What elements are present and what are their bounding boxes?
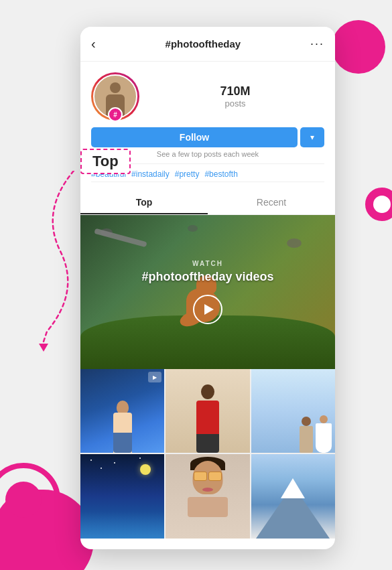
p1-jeans xyxy=(113,433,132,453)
tab-top[interactable]: Top xyxy=(80,190,208,214)
avatar: # xyxy=(91,72,139,121)
video-banner: WATCH #photooftheday videos xyxy=(80,215,335,369)
posts-count: 710M xyxy=(146,84,324,98)
p5-lips xyxy=(202,488,213,492)
avatar-head xyxy=(110,82,121,93)
grid-photo-2[interactable] xyxy=(166,369,249,453)
p5-lens-right xyxy=(208,472,222,481)
tab-recent-label: Recent xyxy=(257,197,286,208)
grid-photo-6[interactable] xyxy=(251,454,335,538)
p2-figure xyxy=(196,384,219,453)
svg-marker-0 xyxy=(39,344,48,352)
grid-photo-4[interactable] xyxy=(80,454,164,538)
play-button[interactable] xyxy=(193,295,222,324)
photos-grid: ▶ xyxy=(80,369,335,539)
bg-decoration-circle-top xyxy=(332,20,385,74)
p1-head xyxy=(117,401,129,414)
back-button[interactable]: ‹ xyxy=(91,36,96,52)
app-frame: ‹ #photooftheday ··· # 7 xyxy=(80,27,335,549)
rock-2 xyxy=(287,238,302,248)
rock-3 xyxy=(188,225,198,232)
horizon-glow xyxy=(80,512,164,539)
hashtag-tag-3[interactable]: #pretty xyxy=(175,169,200,179)
hashtag-tag-4[interactable]: #bestofth xyxy=(204,169,237,179)
pipe xyxy=(94,228,147,247)
p2-legs xyxy=(196,434,219,453)
bg-decoration-circle-right-inner xyxy=(373,196,391,213)
dotted-arrow-decoration xyxy=(27,171,94,372)
hashtag-symbol: # xyxy=(113,111,117,119)
p3-bride-head xyxy=(320,415,328,423)
page-title: #photooftheday xyxy=(166,38,241,50)
tabs: Top Recent xyxy=(80,190,335,215)
p3-figures xyxy=(300,415,332,453)
header: ‹ #photooftheday ··· xyxy=(80,27,335,62)
hashtag-badge: # xyxy=(108,107,123,122)
hashtag-tag-2[interactable]: #instadaily xyxy=(131,169,170,179)
bg-decoration-circle-left-inner xyxy=(5,482,42,518)
profile-row: # 710M posts xyxy=(91,72,324,121)
photo-1-badge-icon: ▶ xyxy=(153,374,157,380)
p3-groom-head xyxy=(302,417,311,426)
profile-stats: 710M posts xyxy=(139,84,324,109)
p3-bride-dress xyxy=(316,423,332,453)
grid-photo-5[interactable] xyxy=(166,454,249,538)
top-tab-highlight-box: Top xyxy=(80,149,131,174)
p3-groom xyxy=(300,417,313,453)
video-watch-label: WATCH xyxy=(192,260,223,267)
photo-1-badge: ▶ xyxy=(148,372,161,382)
p5-shoulders xyxy=(188,497,228,517)
p2-vest xyxy=(196,401,219,434)
play-icon xyxy=(204,304,214,315)
tab-top-label: Top xyxy=(136,197,153,208)
mountain-snow xyxy=(281,478,305,498)
grid-photo-1[interactable]: ▶ xyxy=(80,369,164,453)
video-title: #photooftheday videos xyxy=(141,270,273,284)
p2-head xyxy=(201,384,214,399)
follow-button[interactable]: Follow xyxy=(91,127,298,147)
tab-recent[interactable]: Recent xyxy=(208,190,335,214)
p3-groom-body xyxy=(300,426,313,453)
dropdown-arrow-icon: ▾ xyxy=(310,133,314,142)
follow-dropdown-button[interactable]: ▾ xyxy=(300,127,324,147)
p5-lens-left xyxy=(194,472,207,481)
posts-label: posts xyxy=(146,98,324,109)
follow-hint: See a few top posts each week xyxy=(157,150,259,158)
top-tab-highlight-label: Top xyxy=(92,153,119,169)
video-background xyxy=(80,215,335,369)
p3-bride xyxy=(316,415,332,453)
grid-photo-3[interactable] xyxy=(251,369,335,453)
more-options-button[interactable]: ··· xyxy=(310,37,324,51)
follow-row: Follow ▾ xyxy=(91,127,324,147)
p5-sunglasses xyxy=(194,472,222,481)
